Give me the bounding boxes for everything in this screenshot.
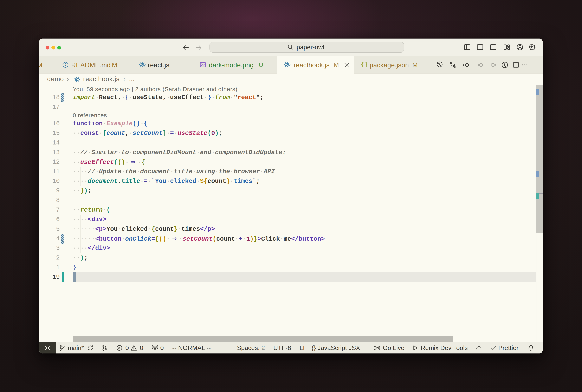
svg-text:{}: {} [361, 62, 368, 68]
